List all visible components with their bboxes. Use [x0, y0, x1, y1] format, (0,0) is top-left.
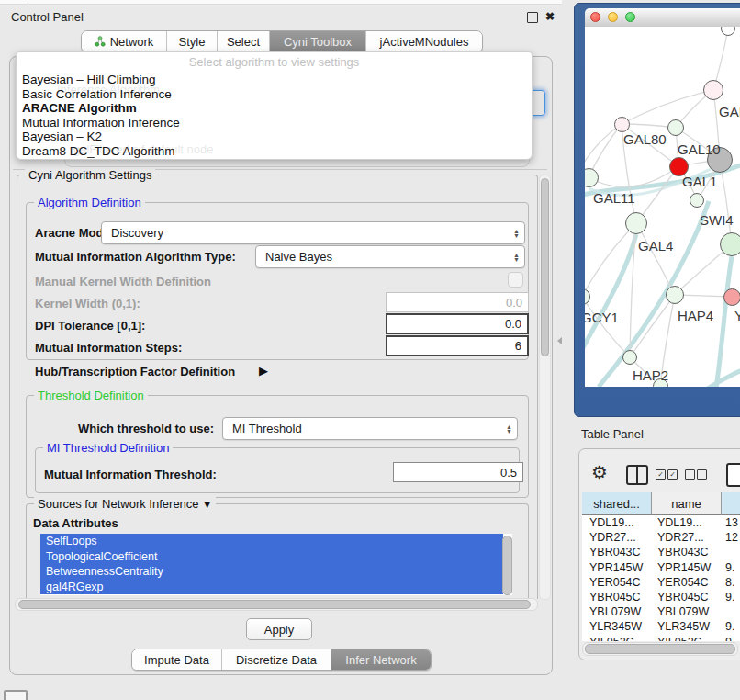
table-header: shared... name: [582, 492, 740, 515]
column-header-name[interactable]: name: [652, 492, 722, 515]
settings-horizontal-scrollbar-track[interactable]: [15, 598, 538, 611]
network-node[interactable]: [666, 286, 684, 304]
network-node[interactable]: [723, 288, 740, 306]
table-row[interactable]: YDL19...YDL19...13: [582, 515, 740, 530]
column-header-name-label: name: [671, 497, 701, 511]
tab-style[interactable]: Style: [167, 31, 218, 51]
mi-threshold-field[interactable]: 0.5: [393, 462, 523, 482]
mi-steps-field[interactable]: 6: [386, 335, 529, 356]
settings-vertical-scrollbar-track[interactable]: [539, 175, 551, 600]
deselect-all-icon[interactable]: [685, 469, 707, 480]
dropdown-item[interactable]: Bayesian – Hill Climbing: [17, 73, 532, 87]
aracne-mode-select[interactable]: Discovery ▲▼: [101, 221, 525, 244]
dpi-tolerance-label: DPI Tolerance [0,1]:: [35, 319, 145, 333]
float-window-icon[interactable]: [527, 12, 538, 23]
kernel-width-label: Kernel Width (0,1):: [35, 297, 140, 310]
network-node-label: HAP4: [678, 308, 713, 323]
tab-jactivemnodules[interactable]: jActiveMNodules: [366, 31, 482, 51]
dropdown-item[interactable]: Bayesian – K2: [17, 130, 532, 144]
network-node[interactable]: [614, 117, 630, 132]
which-threshold-value: MI Threshold: [232, 422, 302, 435]
table-row[interactable]: YPR145WYPR145W9.: [582, 560, 740, 575]
table-row[interactable]: YBR045CYBR045C9.: [582, 590, 740, 604]
select-all-icon[interactable]: ✓✓: [656, 469, 678, 480]
kernel-width-field[interactable]: 0.0: [386, 292, 529, 312]
table-cell: YDR27...: [652, 530, 722, 545]
tab-impute-data[interactable]: Impute Data: [132, 649, 222, 670]
combo-stepper-icon: ▲▼: [513, 246, 520, 267]
table-row[interactable]: YDR27...YDR27...12: [582, 530, 740, 545]
network-canvas[interactable]: GALGAL80GAL10GAL1GAL11SWI4GAL4GCY1HAP4YH…: [585, 27, 740, 387]
dropdown-item-selected[interactable]: ARACNE Algorithm: [17, 101, 532, 116]
application-window: Control Panel ✖ Network Style Select Cyn…: [0, 0, 740, 700]
network-node[interactable]: [690, 193, 704, 208]
network-node-label: GAL80: [623, 131, 667, 147]
tab-discretize-data[interactable]: Discretize Data: [222, 649, 331, 670]
list-item[interactable]: BetweennessCentrality: [40, 564, 503, 580]
table-row[interactable]: YLR345WYLR345W9.: [582, 619, 740, 634]
bottom-tabbar: Impute Data Discretize Data Infer Networ…: [131, 649, 432, 671]
list-item[interactable]: gal4RGexp: [40, 580, 503, 595]
dropdown-item[interactable]: Mutual Information Inference: [17, 116, 532, 130]
settings-gear-icon[interactable]: ⚙: [591, 462, 608, 482]
which-threshold-label: Which threshold to use:: [78, 422, 214, 435]
dpi-tolerance-field[interactable]: 0.0: [386, 313, 529, 334]
splitter-collapse-icon[interactable]: [557, 337, 562, 344]
settings-vertical-scrollbar-thumb[interactable]: [541, 178, 549, 356]
which-threshold-select[interactable]: MI Threshold ▲▼: [222, 417, 518, 440]
tab-select[interactable]: Select: [218, 31, 270, 51]
table-horizontal-scrollbar-track[interactable]: [582, 642, 738, 656]
list-item[interactable]: TopologicalCoefficient: [40, 549, 503, 565]
mi-type-select[interactable]: Naive Bayes ▲▼: [255, 245, 525, 268]
network-node-label: GAL10: [678, 141, 721, 157]
list-vertical-scrollbar[interactable]: [502, 536, 512, 595]
network-node[interactable]: [667, 119, 684, 136]
tab-infer-network[interactable]: Infer Network: [331, 649, 431, 670]
mi-threshold-label: Mutual Information Threshold:: [44, 468, 217, 481]
network-node[interactable]: [720, 232, 740, 256]
network-node[interactable]: [625, 212, 647, 234]
column-layout-icon[interactable]: [626, 465, 648, 485]
network-node[interactable]: [585, 168, 599, 187]
tab-network[interactable]: Network: [82, 31, 167, 51]
table-horizontal-scrollbar-thumb[interactable]: [585, 644, 735, 654]
new-table-icon[interactable]: [726, 463, 740, 487]
column-header-partial[interactable]: [722, 492, 740, 515]
control-panel-title: Control Panel: [11, 10, 84, 24]
column-header-shared-name[interactable]: shared...: [582, 492, 652, 515]
combo-stepper-icon: ▲▼: [506, 418, 512, 439]
tab-cyni-toolbox[interactable]: Cyni Toolbox: [270, 31, 366, 51]
table-cell: YDR27...: [582, 530, 652, 545]
dropdown-item[interactable]: Basic Correlation Inference: [17, 87, 532, 102]
table-cell: YIL052C: [582, 635, 652, 642]
settings-horizontal-scrollbar-thumb[interactable]: [18, 600, 531, 609]
zoom-traffic-light-icon[interactable]: [625, 12, 635, 22]
network-node[interactable]: [622, 350, 637, 365]
network-node[interactable]: [703, 80, 723, 100]
table-row[interactable]: YBL079WYBL079W: [582, 604, 740, 619]
dpi-tolerance-value: 0.0: [505, 317, 521, 331]
network-node-label: GCY1: [585, 310, 619, 325]
sources-collapse-arrow-icon[interactable]: ▼: [202, 499, 212, 510]
data-attributes-label: Data Attributes: [33, 516, 118, 530]
list-item[interactable]: SelfLoops: [40, 534, 503, 549]
table-row[interactable]: YER054CYER054C8.: [582, 575, 740, 590]
table-row[interactable]: YIL052CYIL052C9.: [582, 635, 740, 642]
tab-cyni-toolbox-label: Cyni Toolbox: [284, 35, 352, 49]
tab-discretize-data-label: Discretize Data: [236, 653, 317, 667]
apply-button[interactable]: Apply: [246, 618, 312, 640]
manual-kernel-checkbox[interactable]: [508, 272, 523, 288]
algorithm-dropdown-popup: Select algorithm to view settings Bayesi…: [16, 51, 533, 160]
network-node-label: GAL: [719, 104, 740, 119]
close-icon[interactable]: ✖: [545, 11, 555, 22]
network-window-titlebar[interactable]: [585, 8, 740, 28]
table-cell: [722, 545, 740, 559]
table-cell: YBR043C: [582, 545, 652, 559]
minimized-panel-icon[interactable]: [4, 690, 28, 700]
close-traffic-light-icon[interactable]: [590, 12, 600, 22]
dropdown-item[interactable]: Dream8 DC_TDC Algorithm: [17, 144, 532, 159]
hub-expand-arrow-icon[interactable]: ▶: [259, 364, 268, 378]
tab-jactivemnodules-label: jActiveMNodules: [380, 35, 469, 49]
minimize-traffic-light-icon[interactable]: [608, 12, 618, 22]
table-row[interactable]: YBR043CYBR043C: [582, 545, 740, 559]
